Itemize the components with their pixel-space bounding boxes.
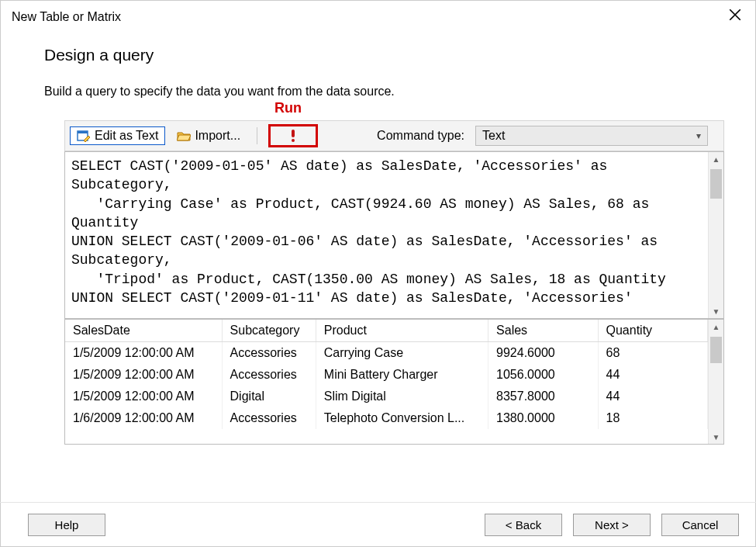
cell-product: Telephoto Conversion L... — [316, 407, 488, 429]
col-header-product[interactable]: Product — [316, 320, 488, 342]
run-query-button[interactable] — [268, 124, 318, 147]
scroll-track[interactable] — [709, 334, 723, 430]
results-header-row: SalesDate Subcategory Product Sales Quan… — [65, 320, 708, 342]
command-type-select[interactable]: Text ▾ — [475, 126, 708, 146]
toolbar-divider — [257, 127, 257, 144]
scroll-up-icon[interactable]: ▲ — [709, 152, 723, 166]
query-text-area: SELECT CAST('2009-01-05' AS date) as Sal… — [64, 151, 724, 319]
scroll-track[interactable] — [709, 166, 723, 304]
cell-sales: 9924.6000 — [488, 342, 598, 365]
query-designer: Run Edit as Text Import... Command ty — [64, 120, 724, 445]
next-button[interactable]: Next > — [573, 514, 651, 536]
cell-quantity: 44 — [598, 364, 708, 386]
query-scrollbar[interactable]: ▲ ▼ — [708, 152, 723, 318]
scroll-up-icon[interactable]: ▲ — [709, 320, 723, 334]
cell-quantity: 18 — [598, 407, 708, 429]
col-header-subcategory[interactable]: Subcategory — [222, 320, 316, 342]
results-scrollbar[interactable]: ▲ ▼ — [708, 320, 723, 444]
cancel-button[interactable]: Cancel — [661, 514, 739, 536]
page-heading: Design a query — [44, 46, 724, 64]
cell-sales: 8357.8000 — [488, 386, 598, 407]
svg-rect-1 — [78, 131, 88, 133]
cell-salesdate: 1/5/2009 12:00:00 AM — [65, 386, 222, 407]
scroll-down-icon[interactable]: ▼ — [709, 430, 723, 444]
scroll-down-icon[interactable]: ▼ — [709, 304, 723, 318]
svg-point-3 — [292, 139, 295, 142]
close-button[interactable] — [726, 8, 744, 26]
cell-product: Slim Digital — [316, 386, 488, 407]
results-table: SalesDate Subcategory Product Sales Quan… — [65, 320, 708, 429]
table-row[interactable]: 1/6/2009 12:00:00 AM Accessories Telepho… — [65, 407, 708, 429]
query-text[interactable]: SELECT CAST('2009-01-05' AS date) as Sal… — [65, 152, 708, 318]
wizard-footer: Help < Back Next > Cancel — [0, 502, 756, 547]
cell-salesdate: 1/6/2009 12:00:00 AM — [65, 407, 222, 429]
edit-as-text-button[interactable]: Edit as Text — [70, 126, 165, 145]
table-row[interactable]: 1/5/2009 12:00:00 AM Digital Slim Digita… — [65, 386, 708, 407]
exclamation-icon — [286, 129, 300, 143]
cell-quantity: 68 — [598, 342, 708, 365]
edit-as-text-label: Edit as Text — [95, 129, 158, 143]
import-button[interactable]: Import... — [170, 126, 247, 145]
scroll-thumb[interactable] — [710, 337, 722, 363]
window-title: New Table or Matrix — [12, 10, 121, 24]
table-row[interactable]: 1/5/2009 12:00:00 AM Accessories Carryin… — [65, 342, 708, 365]
cell-product: Carrying Case — [316, 342, 488, 365]
command-type-label: Command type: — [377, 129, 464, 143]
title-bar: New Table or Matrix — [1, 1, 755, 30]
folder-open-icon — [177, 129, 191, 143]
close-icon — [728, 8, 742, 22]
chevron-down-icon: ▾ — [696, 130, 701, 141]
import-label: Import... — [195, 129, 240, 143]
cell-subcategory: Accessories — [222, 342, 316, 365]
edit-text-icon — [77, 129, 91, 143]
command-type-value: Text — [482, 129, 505, 143]
wizard-content: Design a query Build a query to specify … — [1, 30, 755, 445]
designer-toolbar: Run Edit as Text Import... Command ty — [64, 120, 724, 151]
cell-quantity: 44 — [598, 386, 708, 407]
run-annotation: Run — [274, 100, 302, 116]
cell-subcategory: Accessories — [222, 407, 316, 429]
cell-salesdate: 1/5/2009 12:00:00 AM — [65, 342, 222, 365]
cell-subcategory: Accessories — [222, 364, 316, 386]
back-button[interactable]: < Back — [485, 514, 562, 536]
help-button[interactable]: Help — [28, 514, 105, 536]
scroll-thumb[interactable] — [710, 169, 722, 199]
svg-rect-2 — [292, 130, 295, 137]
page-subtext: Build a query to specify the data you wa… — [44, 85, 724, 99]
col-header-sales[interactable]: Sales — [488, 320, 598, 342]
results-grid: SalesDate Subcategory Product Sales Quan… — [64, 319, 724, 445]
cell-salesdate: 1/5/2009 12:00:00 AM — [65, 364, 222, 386]
col-header-quantity[interactable]: Quantity — [598, 320, 708, 342]
cell-product: Mini Battery Charger — [316, 364, 488, 386]
col-header-salesdate[interactable]: SalesDate — [65, 320, 222, 342]
cell-sales: 1380.0000 — [488, 407, 598, 429]
cell-sales: 1056.0000 — [488, 364, 598, 386]
cell-subcategory: Digital — [222, 386, 316, 407]
table-row[interactable]: 1/5/2009 12:00:00 AM Accessories Mini Ba… — [65, 364, 708, 386]
